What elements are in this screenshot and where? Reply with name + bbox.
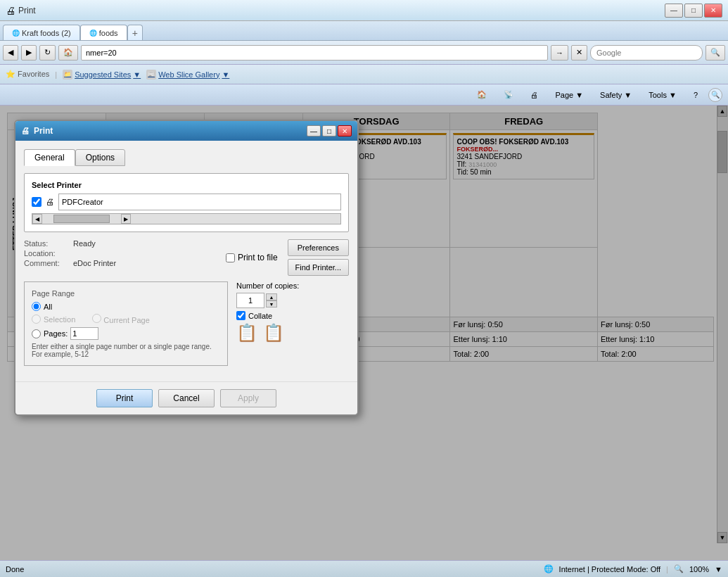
print-dialog: 🖨 Print — □ ✕ General Options Sele xyxy=(14,120,359,416)
radio-all[interactable] xyxy=(32,302,41,311)
refresh-button[interactable]: ↻ xyxy=(39,45,56,61)
radio-selection-row: Selection Current Page xyxy=(32,314,220,324)
copies-input[interactable] xyxy=(236,293,264,308)
spin-up[interactable]: ▲ xyxy=(266,293,277,300)
zoom-btn[interactable]: 🔍 xyxy=(708,88,722,102)
copies-section: Number of copies: ▲ ▼ Collate xyxy=(236,281,349,373)
web-slice-icon: 📰 xyxy=(146,70,156,80)
dialog-title-bar: 🖨 Print — □ ✕ xyxy=(15,121,357,141)
fav-suggested-sites[interactable]: 📁 Suggested Sites ▼ xyxy=(63,70,141,80)
title-bar-buttons: — □ ✕ xyxy=(665,4,722,18)
comment-row: Comment: eDoc Printer xyxy=(24,259,116,267)
location-row: Location: xyxy=(24,249,116,258)
zoom-icon: 🔍 xyxy=(674,564,684,573)
protected-mode-text: Internet | Protected Mode: Off xyxy=(559,565,661,573)
dialog-footer: Print Cancel Apply xyxy=(15,381,357,414)
minimize-button[interactable]: — xyxy=(665,4,683,18)
window-title: Print xyxy=(18,6,662,15)
status-right: 🌐 Internet | Protected Mode: Off | 🔍 100… xyxy=(544,564,722,573)
dialog-right-buttons: Print to file Preferences Find Printer..… xyxy=(226,239,349,276)
tab-new[interactable]: + xyxy=(127,25,143,40)
printer-checkbox[interactable] xyxy=(32,197,41,207)
tab-kraft-foods[interactable]: 🌐 foods xyxy=(80,25,127,40)
suggested-sites-icon: 📁 xyxy=(63,70,72,80)
collate-icon-1: 📋 xyxy=(236,323,257,343)
pages-input[interactable] xyxy=(70,327,98,340)
dialog-close-button[interactable]: ✕ xyxy=(338,125,352,137)
printer-input[interactable] xyxy=(58,194,341,210)
print-to-file-checkbox[interactable] xyxy=(226,253,235,262)
print-to-file-label: Print to file xyxy=(238,253,278,262)
home-button[interactable]: 🏠 xyxy=(58,45,78,61)
collate-icon-2: 📋 xyxy=(263,323,284,343)
scroll-right[interactable]: ▶ xyxy=(121,214,131,224)
favorites-bar: ⭐ Favorites | 📁 Suggested Sites ▼ 📰 Web … xyxy=(0,65,728,84)
address-input[interactable] xyxy=(81,45,548,61)
content-area: ▲ ▼ TORSDAG FREDAG xyxy=(0,106,728,560)
printer-icon: 🖨 xyxy=(21,126,30,136)
feeds-btn[interactable]: 📡 xyxy=(497,87,520,103)
radio-current[interactable] xyxy=(92,314,101,323)
printer-scrollbar[interactable]: ◀ ▶ xyxy=(32,213,341,224)
help-btn[interactable]: ? xyxy=(687,87,704,103)
tab-general[interactable]: General xyxy=(24,149,75,166)
go-button[interactable]: → xyxy=(551,45,568,61)
collate-checkbox[interactable] xyxy=(236,311,245,320)
browser-close-button[interactable]: ✕ xyxy=(704,4,722,18)
printer-section: Select Printer 🖨 ◀ ▶ xyxy=(24,173,349,232)
tab-kraft-foods-2[interactable]: 🌐 Kraft foods (2) xyxy=(3,25,80,40)
status-info: Status: Ready Location: Comment: eDoc Pr… xyxy=(24,239,116,276)
title-bar: 🖨 Print — □ ✕ xyxy=(0,0,728,21)
radio-all-row: All xyxy=(32,302,220,311)
maximize-button[interactable]: □ xyxy=(684,4,703,18)
scroll-thumb[interactable] xyxy=(53,215,110,223)
apply-button[interactable]: Apply xyxy=(220,389,276,407)
globe-icon: 🌐 xyxy=(544,564,554,573)
active-tab-label: foods xyxy=(99,29,118,37)
print-to-file-row: Print to file xyxy=(226,239,278,276)
preferences-button[interactable]: Preferences xyxy=(288,239,349,256)
page-range-box: Page Range All Selection Current Page xyxy=(24,281,228,366)
scroll-left[interactable]: ◀ xyxy=(32,214,42,224)
safety-btn[interactable]: Safety ▼ xyxy=(594,87,638,103)
dialog-maximize[interactable]: □ xyxy=(322,125,336,137)
tab-bar: 🌐 Kraft foods (2) 🌐 foods + xyxy=(0,21,728,41)
browser-window: 🖨 Print — □ ✕ 🌐 Kraft foods (2) 🌐 foods … xyxy=(0,0,728,577)
page-range-copies-section: Page Range All Selection Current Page xyxy=(24,281,349,373)
back-button[interactable]: ◀ xyxy=(3,45,18,61)
hint-text: Enter either a single page number or a s… xyxy=(32,343,220,358)
status-bar: Done 🌐 Internet | Protected Mode: Off | … xyxy=(0,560,728,577)
dialog-tabs: General Options xyxy=(24,149,349,166)
collate-icons: 📋 📋 xyxy=(236,320,349,343)
zoom-dropdown-icon[interactable]: ▼ xyxy=(715,565,722,573)
dialog-minimize[interactable]: — xyxy=(307,125,321,137)
forward-button[interactable]: ▶ xyxy=(21,45,37,61)
cancel-button[interactable]: Cancel xyxy=(158,389,215,407)
radio-pages-row: Pages: xyxy=(32,327,220,340)
select-printer-label: Select Printer xyxy=(32,181,341,189)
copies-input-row: ▲ ▼ xyxy=(236,293,349,308)
spin-buttons: ▲ ▼ xyxy=(266,293,277,307)
command-bar: 🏠 📡 🖨 Page ▼ Safety ▼ Tools ▼ ? 🔍 xyxy=(0,84,728,106)
tools-btn[interactable]: Tools ▼ xyxy=(642,87,683,103)
radio-pages[interactable] xyxy=(32,329,41,338)
address-bar: ◀ ▶ ↻ 🏠 → ✕ 🔍 xyxy=(0,41,728,65)
spin-down[interactable]: ▼ xyxy=(266,300,277,307)
dialog-body: General Options Select Printer 🖨 ◀ xyxy=(15,141,357,381)
status-row: Status: Ready xyxy=(24,239,116,248)
fav-label: ⭐ Favorites xyxy=(6,70,49,79)
print-btn[interactable]: 🖨 xyxy=(524,87,544,103)
page-btn[interactable]: Page ▼ xyxy=(549,87,589,103)
home-icon-btn[interactable]: 🏠 xyxy=(471,87,493,103)
collate-row: Collate xyxy=(236,311,349,320)
tab-options[interactable]: Options xyxy=(75,149,125,166)
fav-web-slice[interactable]: 📰 Web Slice Gallery ▼ xyxy=(146,70,229,80)
radio-selection[interactable] xyxy=(32,315,41,324)
search-input[interactable] xyxy=(590,45,703,61)
printer-row: 🖨 xyxy=(32,194,341,210)
print-button[interactable]: Print xyxy=(96,389,153,407)
search-go-button[interactable]: 🔍 xyxy=(705,45,725,61)
find-printer-button[interactable]: Find Printer... xyxy=(288,259,349,276)
dialog-title-text: Print xyxy=(34,126,53,136)
stop-button[interactable]: ✕ xyxy=(571,45,587,61)
